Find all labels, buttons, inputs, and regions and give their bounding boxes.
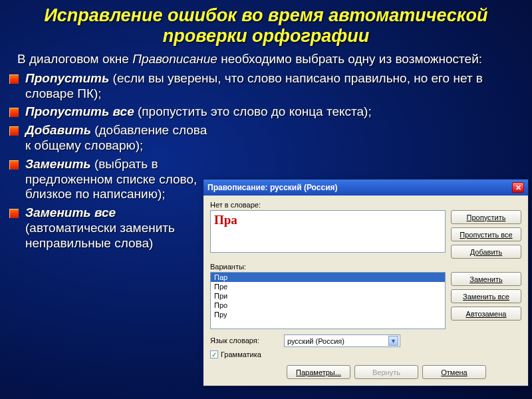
dialog-titlebar[interactable]: Правописание: русский (Россия) ✕ [203, 180, 528, 196]
bullet-icon [9, 74, 19, 84]
chevron-down-icon[interactable]: ▼ [388, 336, 398, 346]
item-rest: (пропустить это слово до конца текста); [134, 104, 372, 118]
item-bold: Заменить [25, 157, 91, 171]
variant-option[interactable]: Пар [211, 273, 445, 282]
item-bold: Пропустить все [25, 104, 134, 118]
dialog-title: Правописание: русский (Россия) [207, 183, 338, 192]
replace-button[interactable]: Заменить [451, 272, 521, 286]
cancel-button[interactable]: Отмена [422, 365, 486, 379]
variant-option[interactable]: При [211, 291, 445, 301]
list-item: Пропустить все (пропустить это слово до … [9, 103, 523, 122]
bullet-icon [9, 209, 19, 218]
spellcheck-dialog: Правописание: русский (Россия) ✕ Нет в с… [203, 179, 529, 386]
variant-option[interactable]: Пре [211, 282, 445, 291]
revert-button: Вернуть [354, 365, 418, 379]
misspelled-word: Пра [214, 213, 237, 227]
item-bold: Добавить [25, 123, 91, 137]
params-button[interactable]: Параметры... [287, 365, 350, 379]
variant-option[interactable]: Пру [211, 310, 445, 319]
not-in-dict-textbox[interactable]: Пра [210, 210, 446, 253]
checkbox-icon[interactable]: ✓ [210, 350, 218, 358]
list-item: Заменить (выбрать в предложенном списке … [9, 156, 209, 204]
intro-prefix: В диалоговом окне [17, 52, 132, 66]
intro-suffix: необходимо выбрать одну из возможностей: [217, 52, 482, 66]
list-item: Пропустить (если вы уверены, что слово н… [9, 70, 523, 104]
item-rest: (автоматически заменить неправильные сло… [25, 221, 175, 250]
intro-text: В диалоговом окне Правописание необходим… [0, 51, 532, 70]
close-icon[interactable]: ✕ [512, 182, 524, 193]
list-item: Заменить все (автоматически заменить неп… [9, 204, 209, 253]
variant-option[interactable]: Про [211, 301, 445, 310]
grammar-label: Грамматика [221, 350, 261, 358]
label-variants: Варианты: [210, 263, 446, 271]
language-dropdown[interactable]: русский (Россия) ▼ [284, 334, 400, 347]
intro-em: Правописание [132, 52, 217, 66]
replace-all-button[interactable]: Заменить все [451, 289, 521, 303]
skip-button[interactable]: Пропустить [451, 210, 521, 224]
skip-all-button[interactable]: Пропустить все [451, 227, 521, 241]
add-button[interactable]: Добавить [451, 245, 521, 259]
list-item: Добавить (добавление слова к общему слов… [9, 122, 209, 156]
bullet-icon [9, 160, 19, 170]
slide-title: Исправление ошибок во время автоматическ… [0, 0, 532, 51]
bullet-icon [9, 126, 19, 136]
language-value: русский (Россия) [287, 337, 344, 345]
item-bold: Пропустить [25, 71, 109, 85]
item-bold: Заменить все [25, 205, 116, 219]
label-not-in-dict: Нет в словаре: [210, 201, 446, 209]
label-lang: Язык словаря: [210, 336, 280, 344]
variants-listbox[interactable]: Пар Пре При Про Пру [210, 272, 446, 329]
autoreplace-button[interactable]: Автозамена [451, 307, 521, 321]
bullet-icon [9, 108, 19, 117]
grammar-checkbox[interactable]: ✓ Грамматика [210, 350, 521, 358]
